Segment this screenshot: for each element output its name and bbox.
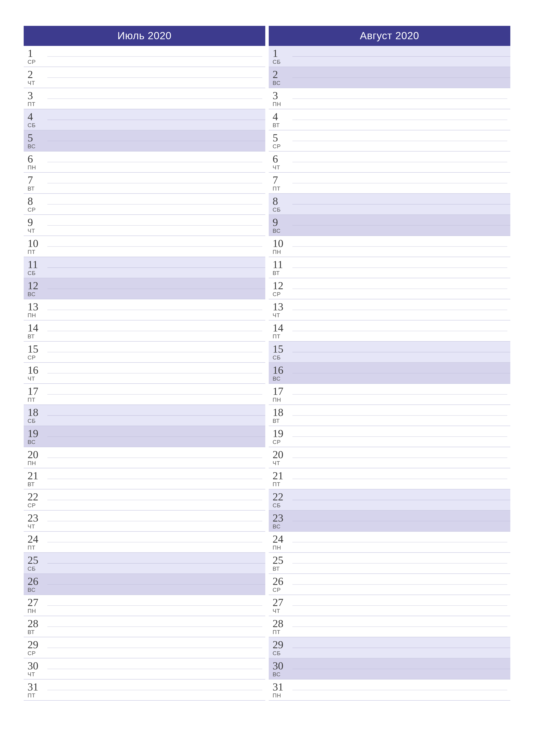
date-weekday: ПН — [273, 545, 292, 551]
note-area — [47, 595, 265, 616]
day-row: 10ПН — [269, 236, 510, 257]
day-row: 24ПН — [269, 532, 510, 553]
date-weekday: ЧТ — [273, 460, 292, 466]
day-row: 25СБ — [24, 553, 265, 574]
date-number: 26 — [28, 576, 47, 587]
date-block: 5ВС — [24, 130, 47, 151]
date-block: 25ВТ — [269, 553, 292, 574]
date-number: 16 — [273, 364, 292, 375]
day-row: 13ПН — [24, 299, 265, 320]
note-area — [292, 363, 510, 383]
date-weekday: СБ — [273, 207, 292, 212]
day-row: 14ПТ — [269, 320, 510, 341]
note-area — [47, 616, 265, 637]
day-row: 28ВТ — [24, 616, 265, 637]
date-weekday: СБ — [28, 122, 47, 128]
date-block: 23ВС — [269, 511, 292, 531]
date-weekday: СР — [28, 59, 47, 65]
date-block: 7ВТ — [24, 173, 47, 193]
date-number: 4 — [273, 111, 292, 122]
day-row: 11ВТ — [269, 257, 510, 278]
date-number: 20 — [28, 449, 47, 460]
note-area — [292, 405, 510, 426]
day-row: 22СР — [24, 489, 265, 511]
date-number: 7 — [28, 175, 47, 185]
date-block: 17ПТ — [24, 384, 47, 405]
date-weekday: ПН — [28, 165, 47, 170]
date-block: 11ВТ — [269, 257, 292, 278]
note-area — [292, 236, 510, 257]
note-area — [47, 574, 265, 595]
date-block: 13ЧТ — [269, 299, 292, 320]
date-number: 31 — [273, 682, 292, 692]
date-weekday: СР — [28, 207, 47, 212]
note-area — [47, 194, 265, 214]
day-row: 11СБ — [24, 257, 265, 278]
date-block: 21ВТ — [24, 468, 47, 489]
date-block: 16ЧТ — [24, 363, 47, 383]
day-row: 8СБ — [269, 194, 510, 215]
date-number: 18 — [28, 407, 47, 418]
note-area — [47, 236, 265, 257]
date-number: 5 — [28, 132, 47, 143]
date-weekday: СР — [28, 650, 47, 656]
note-area — [292, 88, 510, 109]
date-block: 18СБ — [24, 405, 47, 426]
note-area — [47, 511, 265, 531]
date-number: 13 — [28, 301, 47, 312]
note-area — [47, 532, 265, 552]
note-area — [292, 46, 510, 67]
date-block: 30ВС — [269, 659, 292, 679]
note-area — [47, 363, 265, 383]
note-area — [292, 595, 510, 616]
day-row: 26СР — [269, 574, 510, 595]
date-number: 17 — [273, 386, 292, 396]
day-row: 17ПН — [269, 384, 510, 405]
note-area — [292, 489, 510, 510]
day-row: 28ПТ — [269, 616, 510, 637]
date-number: 1 — [273, 48, 292, 59]
date-block: 15СБ — [269, 341, 292, 362]
note-area — [47, 299, 265, 320]
note-area — [292, 173, 510, 193]
date-number: 27 — [273, 597, 292, 608]
day-row: 6ПН — [24, 151, 265, 173]
date-weekday: ПТ — [28, 101, 47, 107]
date-number: 2 — [28, 69, 47, 80]
date-block: 26ВС — [24, 574, 47, 595]
date-block: 1СР — [24, 46, 47, 67]
date-number: 10 — [28, 238, 47, 249]
day-row: 7ВТ — [24, 173, 265, 194]
date-block: 24ПН — [269, 532, 292, 552]
date-weekday: ЧТ — [28, 376, 47, 381]
date-number: 24 — [28, 534, 47, 544]
date-weekday: СБ — [273, 59, 292, 65]
date-weekday: ВТ — [28, 186, 47, 191]
date-number: 3 — [28, 90, 47, 101]
date-block: 27ЧТ — [269, 595, 292, 616]
date-weekday: ЧТ — [28, 228, 47, 233]
date-weekday: ВС — [28, 144, 47, 149]
day-row: 3ПТ — [24, 88, 265, 109]
date-block: 19ВС — [24, 426, 47, 447]
day-row: 31ПТ — [24, 680, 265, 701]
note-area — [47, 88, 265, 109]
day-row: 20ПН — [24, 447, 265, 468]
date-number: 15 — [28, 343, 47, 354]
date-number: 20 — [273, 449, 292, 460]
date-weekday: ВТ — [273, 122, 292, 128]
month-title: Август 2020 — [269, 26, 510, 46]
date-block: 29СР — [24, 637, 47, 658]
date-number: 27 — [28, 597, 47, 608]
note-area — [47, 215, 265, 235]
date-block: 9ЧТ — [24, 215, 47, 235]
note-area — [292, 278, 510, 299]
date-weekday: ПТ — [28, 249, 47, 255]
date-number: 19 — [28, 428, 47, 439]
date-block: 27ПН — [24, 595, 47, 616]
month-days: 1СБ2ВС3ПН4ВТ5СР6ЧТ7ПТ8СБ9ВС10ПН11ВТ12СР1… — [269, 46, 510, 701]
date-weekday: ЧТ — [273, 165, 292, 170]
date-weekday: ПН — [273, 397, 292, 403]
date-weekday: ВС — [28, 291, 47, 297]
date-weekday: ПН — [28, 312, 47, 318]
